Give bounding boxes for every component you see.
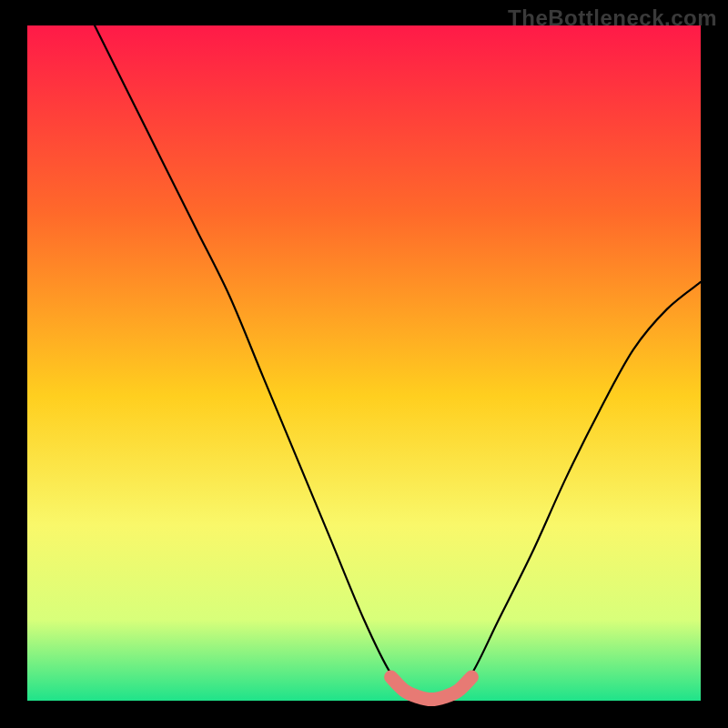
watermark-text: TheBottleneck.com [508, 5, 717, 31]
chart-frame: TheBottleneck.com [0, 0, 728, 728]
plot-background [27, 25, 701, 701]
chart-svg [0, 0, 728, 728]
